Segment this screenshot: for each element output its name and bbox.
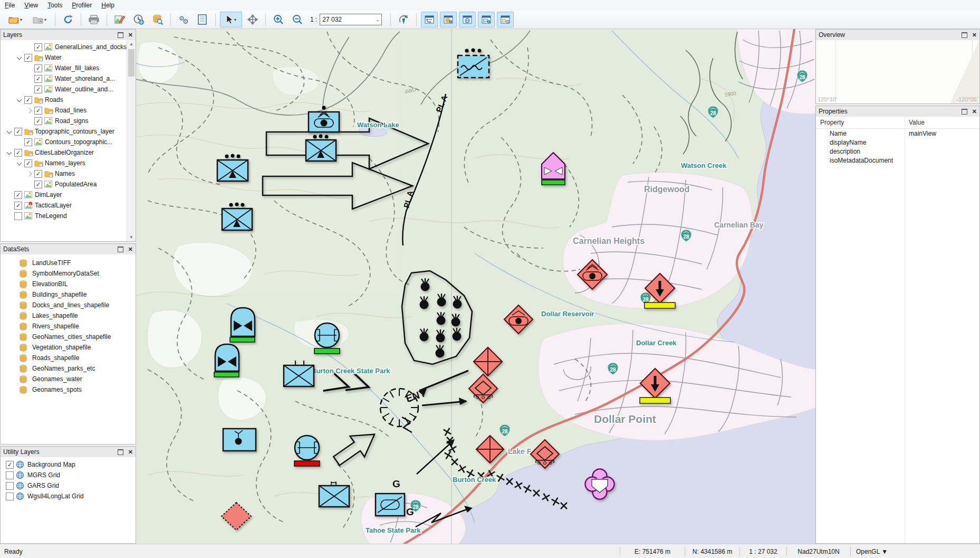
utility-checkbox[interactable] (6, 461, 14, 469)
expander-icon[interactable] (26, 107, 33, 114)
layer-checkbox[interactable] (34, 181, 42, 188)
utility-layer-item[interactable]: Wgs84LongLat Grid (1, 491, 136, 502)
layer-checkbox[interactable] (24, 138, 32, 146)
open-caret[interactable]: ▾ (20, 17, 22, 22)
print-button[interactable] (85, 12, 102, 27)
property-row[interactable]: NamemainView (816, 129, 979, 138)
dataset-item[interactable]: GeoNames_parks_etc (1, 363, 136, 374)
property-row[interactable]: isoMetadataDocument (816, 156, 979, 165)
unit-friendly-armor[interactable] (376, 494, 405, 516)
float-icon[interactable] (962, 32, 967, 38)
layer-tree-item[interactable]: Water_outline_and... (1, 84, 136, 94)
dataset-item[interactable]: Rivers_shapefile (1, 321, 136, 332)
toggle-info-window-button[interactable]: i (478, 12, 495, 27)
layer-checkbox[interactable] (14, 212, 22, 220)
toggle-settings-window-button[interactable]: ⚙ (497, 12, 514, 27)
utility-panel-header[interactable]: Utility Layers ✕ (1, 447, 136, 458)
layer-tree-item[interactable]: CitiesLabelOrganizer (1, 147, 136, 158)
layer-tree-item[interactable]: DimLayer (1, 190, 136, 200)
zoom-out-button[interactable] (289, 12, 306, 27)
scroll-up-icon[interactable]: ▲ (127, 40, 136, 48)
menu-view[interactable]: View (20, 1, 43, 10)
layer-checkbox[interactable] (34, 75, 42, 83)
select-tool-button[interactable]: ▾ (220, 12, 242, 27)
menu-tools[interactable]: Tools (43, 1, 67, 10)
utility-layer-item[interactable]: Background Map (1, 459, 136, 470)
float-icon[interactable] (962, 109, 967, 115)
layer-tree-item[interactable]: GeneralLines_and_docks (1, 42, 136, 52)
dataset-item[interactable]: LandUseTIFF (1, 258, 136, 268)
expander-icon[interactable] (6, 149, 13, 156)
status-cell-4[interactable]: OpenGL ▼ (850, 547, 980, 556)
scale-combo-caret[interactable]: ⌄ (376, 17, 380, 22)
dataset-item[interactable]: Geonames_spots (1, 384, 136, 395)
close-icon[interactable]: ✕ (972, 108, 977, 115)
dataset-item[interactable]: Geonames_water (1, 374, 136, 384)
add-data-caret[interactable]: ▾ (44, 17, 46, 22)
layer-tree-item[interactable]: TheLegend (1, 211, 136, 221)
zoom-in-button[interactable] (270, 12, 287, 27)
unit-friendly-infantry-5[interactable] (319, 481, 349, 507)
property-row[interactable]: displayName (816, 138, 979, 147)
expander-icon[interactable] (26, 170, 33, 177)
dataset-item[interactable]: Docks_and_lines_shapefile (1, 300, 136, 310)
close-icon[interactable]: ✕ (128, 32, 133, 39)
expander-icon[interactable] (16, 54, 23, 61)
layers-panel-header[interactable]: Layers ✕ (1, 30, 136, 41)
layers-scrollbar[interactable]: ▲ ▼ (127, 40, 136, 241)
unit-friendly-airdefense-1[interactable] (230, 308, 255, 342)
utility-checkbox[interactable] (6, 471, 14, 479)
unit-friendly-bridge-2[interactable] (294, 436, 320, 466)
layer-checkbox[interactable] (24, 159, 32, 167)
layer-tree-item[interactable]: iTacticalLayer (1, 200, 136, 211)
properties-panel-header[interactable]: Properties ✕ (816, 106, 979, 117)
layer-tree-item[interactable]: Road_signs (1, 116, 136, 126)
close-icon[interactable]: ✕ (972, 32, 977, 39)
layer-checkbox[interactable] (34, 64, 42, 72)
time-button[interactable] (130, 12, 147, 27)
expander-icon[interactable] (16, 159, 23, 167)
overview-panel-header[interactable]: Overview ✕ (816, 30, 979, 41)
float-icon[interactable] (118, 32, 123, 38)
dataset-item[interactable]: GeoNames_cities_shapefile (1, 332, 136, 342)
utility-layer-item[interactable]: GARS Grid (1, 480, 136, 491)
toggle-globe-window-button[interactable] (459, 12, 476, 27)
layer-tree-item[interactable]: Names (1, 168, 136, 179)
layer-checkbox[interactable] (14, 149, 22, 157)
toggle-data-info-window-button[interactable]: i (440, 12, 457, 27)
layer-tree-item[interactable]: Water_shoreland_a... (1, 73, 136, 84)
map-view[interactable]: 28282828282828 Watson LakeWatson CreekRi… (136, 29, 815, 544)
refresh-button[interactable] (60, 12, 76, 27)
select-tool-caret[interactable]: ▾ (234, 17, 236, 22)
north-compass-button[interactable]: N (395, 12, 412, 27)
scrollbar-thumb[interactable] (128, 49, 134, 77)
menu-help[interactable]: Help (97, 1, 119, 10)
dataset-item[interactable]: Vegetation_shapefile (1, 342, 136, 353)
layer-checkbox[interactable] (34, 86, 42, 93)
layer-checkbox[interactable] (14, 202, 22, 210)
utility-checkbox[interactable] (6, 482, 14, 490)
scroll-down-icon[interactable]: ▼ (127, 233, 136, 241)
layer-checkbox[interactable] (34, 170, 42, 178)
dataset-item[interactable]: Roads_shapefile (1, 353, 136, 363)
edit-map-button[interactable] (111, 12, 128, 27)
data-search-button[interactable] (149, 12, 166, 27)
report-button[interactable] (194, 12, 211, 27)
scale-combobox[interactable]: 27 032 ⌄ (320, 14, 382, 25)
pan-tool-button[interactable] (244, 12, 261, 27)
layer-checkbox[interactable] (24, 54, 32, 62)
overview-map[interactable]: 120°10' -120°05' (816, 40, 979, 103)
layer-checkbox[interactable] (34, 43, 42, 51)
expander-icon[interactable] (16, 96, 23, 103)
layer-tree-item[interactable]: Water_fill_lakes (1, 63, 136, 73)
add-data-button[interactable]: ▾ (28, 12, 51, 27)
menu-profiler[interactable]: Profiler (67, 1, 97, 10)
datasets-panel-header[interactable]: DataSets ✕ (1, 244, 136, 255)
layer-checkbox[interactable] (14, 128, 22, 136)
dataset-item[interactable]: SymbolMemoryDataSet (1, 268, 136, 279)
expander-icon[interactable] (6, 128, 13, 135)
layer-tree-item[interactable]: Contours_topographic... (1, 137, 136, 147)
layer-checkbox[interactable] (24, 96, 32, 104)
utility-checkbox[interactable] (6, 493, 14, 500)
close-icon[interactable]: ✕ (128, 246, 133, 253)
